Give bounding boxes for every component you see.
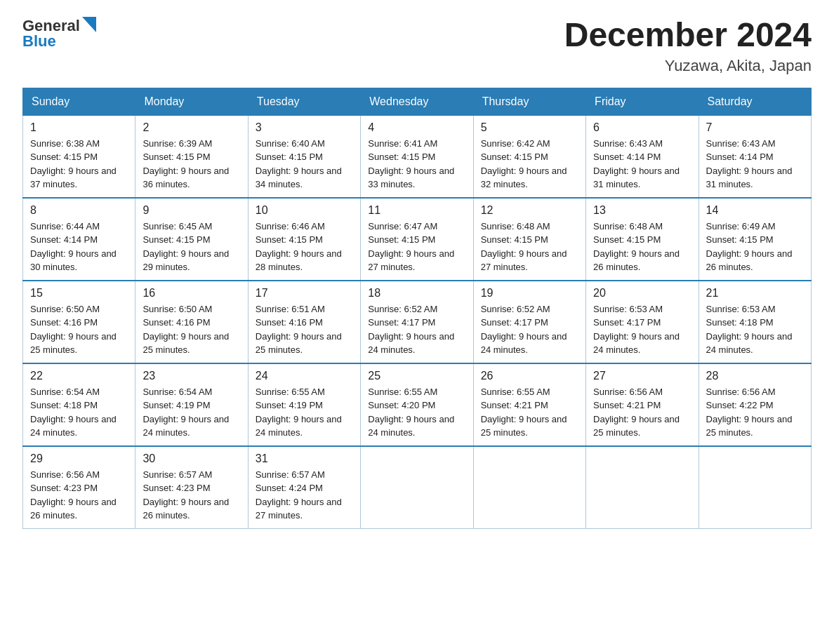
- day-number: 29: [30, 452, 128, 465]
- calendar-week-row: 29 Sunrise: 6:56 AM Sunset: 4:23 PM Dayl…: [23, 446, 812, 529]
- col-sunday: Sunday: [23, 88, 135, 115]
- day-detail: Sunrise: 6:45 AM Sunset: 4:15 PM Dayligh…: [143, 220, 240, 274]
- day-detail: Sunrise: 6:53 AM Sunset: 4:17 PM Dayligh…: [593, 302, 691, 357]
- day-number: 7: [706, 121, 804, 134]
- day-detail: Sunrise: 6:54 AM Sunset: 4:19 PM Dayligh…: [143, 385, 240, 440]
- day-number: 24: [256, 370, 353, 382]
- day-number: 6: [593, 121, 691, 134]
- calendar-table: Sunday Monday Tuesday Wednesday Thursday…: [22, 88, 812, 529]
- calendar-cell: 19 Sunrise: 6:52 AM Sunset: 4:17 PM Dayl…: [473, 281, 585, 363]
- day-number: 1: [30, 121, 128, 134]
- calendar-cell: 4 Sunrise: 6:41 AM Sunset: 4:15 PM Dayli…: [361, 115, 473, 198]
- day-detail: Sunrise: 6:41 AM Sunset: 4:15 PM Dayligh…: [368, 137, 465, 192]
- day-detail: Sunrise: 6:50 AM Sunset: 4:16 PM Dayligh…: [30, 302, 128, 357]
- day-detail: Sunrise: 6:53 AM Sunset: 4:18 PM Dayligh…: [706, 302, 804, 357]
- day-detail: Sunrise: 6:43 AM Sunset: 4:14 PM Dayligh…: [593, 137, 691, 192]
- day-detail: Sunrise: 6:42 AM Sunset: 4:15 PM Dayligh…: [481, 137, 578, 192]
- day-detail: Sunrise: 6:39 AM Sunset: 4:15 PM Dayligh…: [143, 137, 240, 192]
- day-detail: Sunrise: 6:55 AM Sunset: 4:20 PM Dayligh…: [368, 385, 465, 440]
- day-number: 13: [593, 204, 691, 217]
- day-number: 25: [368, 370, 465, 382]
- day-detail: Sunrise: 6:47 AM Sunset: 4:15 PM Dayligh…: [368, 220, 465, 274]
- day-number: 16: [143, 287, 240, 300]
- calendar-cell: 1 Sunrise: 6:38 AM Sunset: 4:15 PM Dayli…: [23, 115, 135, 198]
- day-detail: Sunrise: 6:56 AM Sunset: 4:22 PM Dayligh…: [706, 385, 804, 440]
- day-number: 26: [481, 370, 578, 382]
- calendar-cell: 18 Sunrise: 6:52 AM Sunset: 4:17 PM Dayl…: [361, 281, 473, 363]
- day-number: 21: [706, 287, 804, 300]
- calendar-cell: 21 Sunrise: 6:53 AM Sunset: 4:18 PM Dayl…: [699, 281, 811, 363]
- calendar-cell: 9 Sunrise: 6:45 AM Sunset: 4:15 PM Dayli…: [135, 198, 248, 281]
- day-number: 23: [143, 370, 240, 382]
- col-thursday: Thursday: [473, 88, 585, 115]
- day-number: 14: [706, 204, 804, 217]
- calendar-cell: 5 Sunrise: 6:42 AM Sunset: 4:15 PM Dayli…: [473, 115, 585, 198]
- day-number: 19: [481, 287, 578, 300]
- calendar-week-row: 15 Sunrise: 6:50 AM Sunset: 4:16 PM Dayl…: [23, 281, 812, 363]
- calendar-cell: 26 Sunrise: 6:55 AM Sunset: 4:21 PM Dayl…: [473, 363, 585, 446]
- day-number: 31: [256, 452, 353, 465]
- day-detail: Sunrise: 6:56 AM Sunset: 4:23 PM Dayligh…: [30, 468, 128, 523]
- logo: General Blue: [22, 17, 96, 51]
- day-number: 5: [481, 121, 578, 134]
- calendar-cell: 11 Sunrise: 6:47 AM Sunset: 4:15 PM Dayl…: [361, 198, 473, 281]
- day-number: 9: [143, 204, 240, 217]
- logo-blue-text: Blue: [22, 32, 56, 51]
- calendar-week-row: 1 Sunrise: 6:38 AM Sunset: 4:15 PM Dayli…: [23, 115, 812, 198]
- calendar-cell: 31 Sunrise: 6:57 AM Sunset: 4:24 PM Dayl…: [248, 446, 360, 529]
- day-detail: Sunrise: 6:40 AM Sunset: 4:15 PM Dayligh…: [256, 137, 353, 192]
- calendar-cell: 3 Sunrise: 6:40 AM Sunset: 4:15 PM Dayli…: [248, 115, 360, 198]
- calendar-cell: 30 Sunrise: 6:57 AM Sunset: 4:23 PM Dayl…: [135, 446, 248, 529]
- title-block: December 2024 Yuzawa, Akita, Japan: [564, 17, 812, 75]
- day-number: 30: [143, 452, 240, 465]
- day-number: 8: [30, 204, 128, 217]
- calendar-cell: 15 Sunrise: 6:50 AM Sunset: 4:16 PM Dayl…: [23, 281, 135, 363]
- calendar-cell: [699, 446, 811, 529]
- calendar-cell: 17 Sunrise: 6:51 AM Sunset: 4:16 PM Dayl…: [248, 281, 360, 363]
- day-number: 22: [30, 370, 128, 382]
- calendar-cell: [473, 446, 585, 529]
- logo-triangle-icon: [82, 17, 96, 32]
- calendar-cell: 29 Sunrise: 6:56 AM Sunset: 4:23 PM Dayl…: [23, 446, 135, 529]
- day-number: 15: [30, 287, 128, 300]
- calendar-week-row: 8 Sunrise: 6:44 AM Sunset: 4:14 PM Dayli…: [23, 198, 812, 281]
- calendar-cell: 13 Sunrise: 6:48 AM Sunset: 4:15 PM Dayl…: [586, 198, 699, 281]
- day-detail: Sunrise: 6:49 AM Sunset: 4:15 PM Dayligh…: [706, 220, 804, 274]
- col-friday: Friday: [586, 88, 699, 115]
- day-detail: Sunrise: 6:55 AM Sunset: 4:19 PM Dayligh…: [256, 385, 353, 440]
- day-number: 28: [706, 370, 804, 382]
- day-number: 3: [256, 121, 353, 134]
- calendar-cell: 6 Sunrise: 6:43 AM Sunset: 4:14 PM Dayli…: [586, 115, 699, 198]
- col-tuesday: Tuesday: [248, 88, 360, 115]
- day-detail: Sunrise: 6:51 AM Sunset: 4:16 PM Dayligh…: [256, 302, 353, 357]
- calendar-cell: 10 Sunrise: 6:46 AM Sunset: 4:15 PM Dayl…: [248, 198, 360, 281]
- day-detail: Sunrise: 6:57 AM Sunset: 4:23 PM Dayligh…: [143, 468, 240, 523]
- calendar-cell: 25 Sunrise: 6:55 AM Sunset: 4:20 PM Dayl…: [361, 363, 473, 446]
- calendar-header: Sunday Monday Tuesday Wednesday Thursday…: [23, 88, 812, 115]
- header-row: Sunday Monday Tuesday Wednesday Thursday…: [23, 88, 812, 115]
- calendar-cell: 23 Sunrise: 6:54 AM Sunset: 4:19 PM Dayl…: [135, 363, 248, 446]
- day-detail: Sunrise: 6:43 AM Sunset: 4:14 PM Dayligh…: [706, 137, 804, 192]
- calendar-week-row: 22 Sunrise: 6:54 AM Sunset: 4:18 PM Dayl…: [23, 363, 812, 446]
- calendar-cell: 14 Sunrise: 6:49 AM Sunset: 4:15 PM Dayl…: [699, 198, 811, 281]
- day-detail: Sunrise: 6:38 AM Sunset: 4:15 PM Dayligh…: [30, 137, 128, 192]
- calendar-cell: 12 Sunrise: 6:48 AM Sunset: 4:15 PM Dayl…: [473, 198, 585, 281]
- day-detail: Sunrise: 6:44 AM Sunset: 4:14 PM Dayligh…: [30, 220, 128, 274]
- calendar-cell: 20 Sunrise: 6:53 AM Sunset: 4:17 PM Dayl…: [586, 281, 699, 363]
- day-detail: Sunrise: 6:54 AM Sunset: 4:18 PM Dayligh…: [30, 385, 128, 440]
- day-number: 17: [256, 287, 353, 300]
- calendar-cell: 28 Sunrise: 6:56 AM Sunset: 4:22 PM Dayl…: [699, 363, 811, 446]
- calendar-cell: 7 Sunrise: 6:43 AM Sunset: 4:14 PM Dayli…: [699, 115, 811, 198]
- day-number: 27: [593, 370, 691, 382]
- day-number: 18: [368, 287, 465, 300]
- calendar-cell: [361, 446, 473, 529]
- day-detail: Sunrise: 6:52 AM Sunset: 4:17 PM Dayligh…: [481, 302, 578, 357]
- day-detail: Sunrise: 6:50 AM Sunset: 4:16 PM Dayligh…: [143, 302, 240, 357]
- calendar-cell: 22 Sunrise: 6:54 AM Sunset: 4:18 PM Dayl…: [23, 363, 135, 446]
- calendar-cell: 16 Sunrise: 6:50 AM Sunset: 4:16 PM Dayl…: [135, 281, 248, 363]
- day-detail: Sunrise: 6:48 AM Sunset: 4:15 PM Dayligh…: [481, 220, 578, 274]
- day-number: 11: [368, 204, 465, 217]
- svg-marker-0: [82, 17, 96, 32]
- calendar-cell: 27 Sunrise: 6:56 AM Sunset: 4:21 PM Dayl…: [586, 363, 699, 446]
- day-detail: Sunrise: 6:48 AM Sunset: 4:15 PM Dayligh…: [593, 220, 691, 274]
